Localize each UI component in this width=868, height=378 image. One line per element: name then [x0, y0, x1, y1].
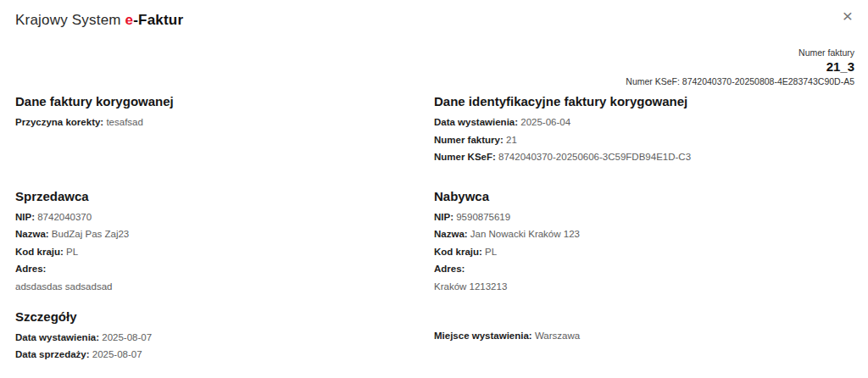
invoice-meta: Numer faktury 21_3 Numer KSeF: 874204037…: [15, 47, 854, 86]
field-value: Jan Nowacki Kraków 123: [470, 229, 580, 239]
field-value: 21: [506, 135, 517, 145]
section-corrected-invoice-ids: Dane identyfikacyjne faktury korygowanej…: [434, 94, 854, 169]
section-corrected-invoice: Dane faktury korygowanej Przyczyna korek…: [15, 94, 434, 169]
field-seller-country: Kod kraju: PL: [15, 246, 434, 259]
field-label: Data sprzedaży:: [15, 349, 90, 359]
top-bar: Krajowy System e-Faktur ×: [15, 8, 854, 29]
corrected-invoice-heading: Dane faktury korygowanej: [15, 94, 434, 108]
close-button[interactable]: ×: [841, 7, 854, 25]
section-details: Szczegóły Data wystawienia: 2025-08-07 D…: [15, 309, 434, 366]
field-value: Warszawa: [535, 331, 580, 341]
section-row-corrected: Dane faktury korygowanej Przyczyna korek…: [15, 94, 854, 169]
buyer-address-line: Kraków 1213213: [434, 281, 854, 292]
invoice-number-value: 21_3: [15, 59, 854, 74]
field-correction-reason: Przyczyna korekty: tesafsad: [15, 116, 434, 130]
invoice-number-label: Numer faktury: [15, 47, 854, 58]
field-label: Numer faktury:: [434, 135, 504, 145]
section-buyer: Nabywca NIP: 9590875619 Nazwa: Jan Nowac…: [434, 189, 854, 292]
page-title: Krajowy System e-Faktur: [15, 8, 183, 29]
field-label: Kod kraju:: [15, 247, 64, 257]
field-label: Numer KSeF:: [434, 152, 496, 162]
field-invoice-number: Numer faktury: 21: [434, 134, 854, 147]
field-details-sale-date: Data sprzedaży: 2025-08-07: [15, 348, 434, 362]
field-buyer-address-label: Adres:: [434, 263, 854, 276]
field-buyer-country: Kod kraju: PL: [434, 246, 854, 259]
field-value: 2025-08-07: [102, 332, 152, 342]
invoice-ksef-number: Numer KSeF: 8742040370-20250808-4E283743…: [15, 76, 854, 86]
field-label: NIP:: [15, 212, 35, 222]
field-ksef-number: Numer KSeF: 8742040370-20250606-3C59FDB9…: [434, 151, 854, 164]
corrected-ids-heading: Dane identyfikacyjne faktury korygowanej: [434, 94, 854, 108]
field-value: PL: [485, 247, 497, 257]
field-label: Data wystawienia:: [15, 332, 99, 342]
field-details-issue-date: Data wystawienia: 2025-08-07: [15, 331, 434, 345]
field-value: tesafsad: [106, 117, 142, 127]
field-value: 9590875619: [456, 212, 510, 222]
field-label: Nazwa:: [15, 229, 49, 239]
page-title-prefix: Krajowy System: [15, 12, 125, 28]
brand-e: e: [125, 12, 134, 28]
field-value: 2025-08-07: [92, 349, 142, 359]
invoice-view: Krajowy System e-Faktur × Numer faktury …: [0, 0, 868, 378]
field-label: Miejsce wystawienia:: [434, 331, 532, 341]
seller-heading: Sprzedawca: [15, 189, 434, 203]
field-label: Adres:: [434, 264, 465, 274]
seller-address-line: adsdasdas sadsadsad: [15, 281, 434, 292]
buyer-heading: Nabywca: [434, 189, 854, 203]
field-label: Adres:: [15, 264, 46, 274]
brand-rest: -Faktur: [133, 12, 183, 28]
field-issue-place: Miejsce wystawienia: Warszawa: [434, 330, 854, 343]
field-value: PL: [66, 247, 78, 257]
field-buyer-name: Nazwa: Jan Nowacki Kraków 123: [434, 228, 854, 242]
field-value: BudZaj Pas Zaj23: [52, 229, 129, 239]
field-buyer-nip: NIP: 9590875619: [434, 211, 854, 225]
field-issue-date: Data wystawienia: 2025-06-04: [434, 116, 854, 130]
section-issue-place: Miejsce wystawienia: Warszawa: [434, 309, 854, 366]
section-row-details: Szczegóły Data wystawienia: 2025-08-07 D…: [15, 309, 854, 366]
field-value: 8742040370-20250606-3C59FDB94E1D-C3: [498, 152, 691, 162]
details-heading: Szczegóły: [15, 309, 434, 324]
field-label: NIP:: [434, 212, 453, 222]
close-icon: ×: [843, 6, 853, 25]
field-label: Data wystawienia:: [434, 117, 518, 127]
field-value: 8742040370: [37, 212, 92, 222]
field-seller-name: Nazwa: BudZaj Pas Zaj23: [15, 228, 434, 242]
field-seller-address-label: Adres:: [15, 263, 434, 276]
section-seller: Sprzedawca NIP: 8742040370 Nazwa: BudZaj…: [15, 189, 434, 292]
field-label: Kod kraju:: [434, 247, 482, 257]
field-seller-nip: NIP: 8742040370: [15, 211, 434, 225]
section-row-parties: Sprzedawca NIP: 8742040370 Nazwa: BudZaj…: [15, 189, 854, 292]
field-label: Przyczyna korekty:: [15, 117, 103, 127]
field-label: Nazwa:: [434, 229, 468, 239]
field-value: 2025-06-04: [520, 117, 570, 127]
